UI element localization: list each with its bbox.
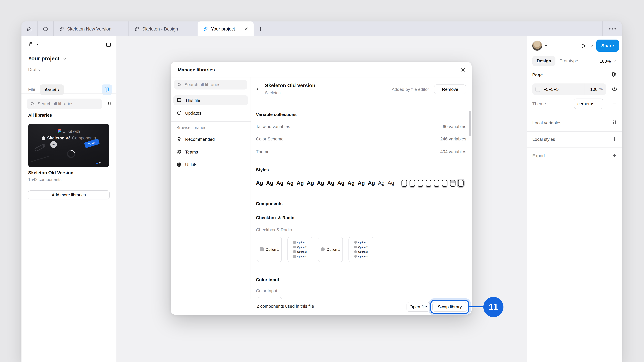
library-detail-title: Skeleton Old Version	[265, 82, 315, 88]
dots-decoration	[96, 162, 101, 165]
color-hex-value: F5F5F5	[544, 87, 559, 92]
local-variables-row: Local variables	[527, 114, 622, 131]
thumbnail-line1: UI Kit with	[28, 129, 109, 133]
library-name[interactable]: Skeleton Old Version	[28, 170, 74, 175]
style-swatches	[402, 179, 464, 187]
present-chevron-icon[interactable]	[590, 44, 593, 48]
open-file-button[interactable]: Open file	[406, 302, 430, 312]
checkbox-icon	[293, 255, 296, 258]
add-more-libraries-button[interactable]: Add more libraries	[28, 190, 110, 199]
nav-this-file[interactable]: This file	[174, 95, 248, 105]
modal-scrollbar[interactable]	[469, 111, 470, 136]
file-tab-your-project-active[interactable]: Your project	[198, 21, 254, 36]
file-tab-skeleton-new-version[interactable]: Skeleton New Version	[54, 21, 128, 36]
component-card-radio-single[interactable]: Option 1	[318, 237, 343, 262]
opacity-value: 100	[590, 87, 598, 92]
tab-label: Skeleton - Design	[142, 26, 178, 31]
divider	[171, 121, 250, 122]
main-menu-button[interactable]	[28, 41, 39, 47]
local-styles-label: Local styles	[532, 137, 555, 142]
page-opacity-field[interactable]: 100 %	[585, 83, 606, 95]
variable-row: Color Scheme 246 variables	[256, 134, 466, 143]
add-export-plus-icon[interactable]	[612, 153, 617, 158]
component-group-title: Checkbox & Radio	[256, 215, 294, 220]
components-heading: Components	[256, 201, 282, 206]
browse-libraries-heading: Browse libraries	[176, 125, 206, 130]
tab-design[interactable]: Design	[532, 56, 556, 66]
present-play-button[interactable]	[580, 42, 587, 49]
toggle-decoration	[34, 143, 46, 152]
visibility-eye-icon[interactable]	[612, 86, 618, 92]
radio-icon	[321, 247, 325, 251]
figma-logo-icon	[28, 41, 34, 47]
search-input[interactable]	[38, 101, 91, 106]
styles-heading: Styles	[256, 167, 269, 172]
divider	[250, 77, 251, 299]
nav-updates[interactable]: Updates	[174, 108, 248, 118]
added-by-text: Added by file editor	[392, 87, 429, 92]
modal-title: Manage libraries	[178, 67, 215, 72]
chevron-down-icon	[63, 57, 66, 60]
plus-icon	[258, 26, 263, 31]
variable-row: Tailwind variables 60 variables	[256, 122, 466, 131]
globe-icon	[42, 26, 48, 32]
overflow-menu-button[interactable]	[603, 21, 622, 36]
variables-sliders-icon[interactable]	[612, 120, 617, 125]
left-sidebar: Your project Drafts File Assets	[22, 36, 116, 362]
home-button[interactable]	[22, 21, 37, 36]
draft-pen-icon	[134, 26, 139, 31]
spinner-decoration	[66, 148, 77, 160]
chevron-down-icon	[597, 102, 600, 105]
file-tab-skeleton-design[interactable]: Skeleton - Design	[129, 21, 198, 36]
new-tab-button[interactable]	[254, 21, 267, 36]
community-button[interactable]	[38, 21, 53, 36]
tab-prototype[interactable]: Prototype	[558, 56, 580, 66]
line-decoration	[31, 156, 49, 162]
library-thumbnail[interactable]: UI Kit with Skeleton v3 Components ✂ But…	[28, 124, 109, 167]
modal-search-input[interactable]	[184, 82, 242, 87]
local-styles-row: Local styles	[527, 131, 622, 147]
avatar[interactable]	[532, 40, 542, 51]
filter-sliders-icon[interactable]	[107, 101, 112, 106]
divider	[171, 299, 472, 299]
remove-theme-minus-icon[interactable]	[612, 101, 617, 107]
theme-label: Theme	[532, 101, 546, 106]
nav-ui-kits[interactable]: UI kits	[174, 160, 248, 170]
component-card-checkbox-group[interactable]: Option 1 Option 2 Option 3 Option 4	[288, 237, 312, 262]
all-libraries-heading: All libraries	[28, 113, 52, 118]
zoom-level-dropdown[interactable]: 100%	[600, 56, 617, 66]
tab-file[interactable]: File	[28, 87, 35, 92]
close-tab-icon[interactable]	[244, 27, 248, 31]
search-icon	[177, 82, 182, 87]
globe-icon	[176, 162, 182, 167]
remove-library-button[interactable]: Remove	[434, 84, 466, 94]
divider	[527, 164, 622, 164]
nav-recommended[interactable]: Recommended	[174, 134, 248, 144]
component-card-checkbox-single[interactable]: Option 1	[257, 237, 282, 262]
component-group-subtitle: Checkbox & Radio	[256, 227, 292, 232]
color-swatch[interactable]	[535, 87, 540, 92]
modal-close-button[interactable]	[459, 66, 466, 73]
sidebar-tabs-row: File Assets	[22, 80, 116, 99]
zoom-value: 100%	[600, 58, 611, 63]
avatar-chevron-icon[interactable]	[544, 44, 548, 47]
nav-teams[interactable]: Teams	[174, 147, 248, 157]
page-color-field[interactable]: F5F5F5	[532, 83, 585, 95]
back-chevron-icon[interactable]	[255, 86, 260, 91]
styles-preview-row: AgAgAgAgAgAgAgAgAgAgAgAgAgAg	[256, 178, 464, 188]
styles-swatch-icon[interactable]	[611, 71, 617, 77]
toggle-sidebar-button[interactable]	[106, 42, 111, 49]
export-row: Export	[527, 147, 622, 164]
project-switcher[interactable]: Your project	[28, 56, 66, 62]
theme-select[interactable]: cerberus	[574, 98, 604, 109]
modal-search[interactable]	[174, 80, 247, 89]
checkbox-icon	[293, 246, 296, 248]
sidebar-search[interactable]	[27, 98, 102, 109]
ellipsis-icon	[609, 28, 610, 29]
component-card-radio-group[interactable]: Option 1 Option 2 Option 3 Option 4	[348, 237, 373, 262]
checkbox-icon	[293, 241, 296, 244]
share-button[interactable]: Share	[596, 39, 619, 52]
add-style-plus-icon[interactable]	[612, 136, 617, 142]
components-used-summary: 2 components used in this file	[256, 304, 314, 309]
swap-library-button[interactable]: Swap library	[432, 302, 467, 312]
